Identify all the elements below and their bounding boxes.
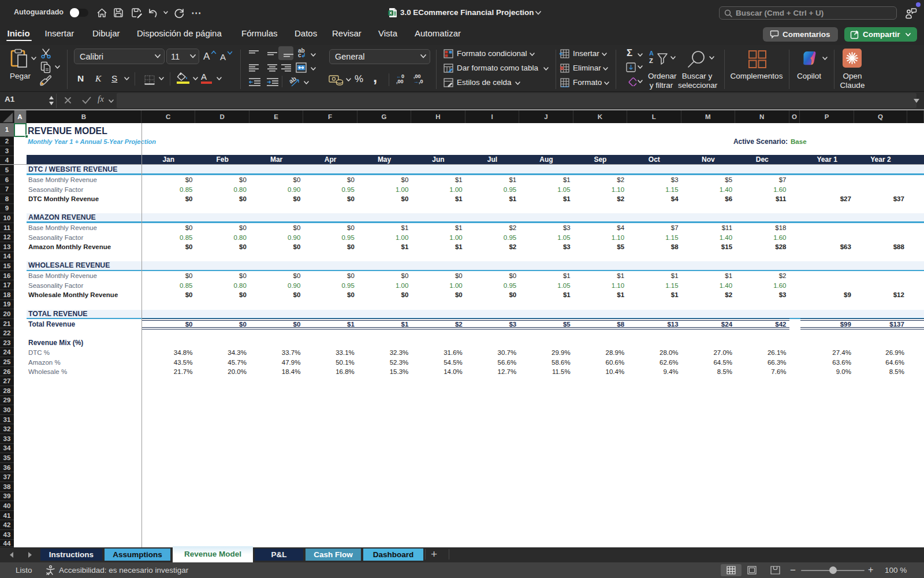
svg-text:X: X [389,10,392,16]
